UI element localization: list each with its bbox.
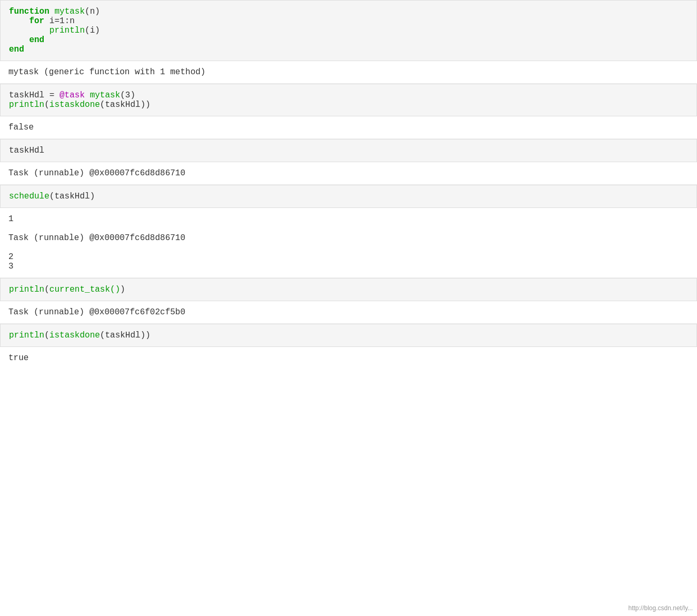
code-text-current-task: println(current_task()) [9,285,688,294]
output-block-task-runnable-1: Task (runnable) @0x00007fc6d8d86710 [0,162,697,185]
code-text-schedule: schedule(taskHdl) [9,192,688,201]
code-text: function mytask(n) for i=1:n println(i) … [9,7,688,54]
watermark: http://blog.csdn.net/ly... [628,604,693,612]
code-block-istaskdone: println(istaskdone(taskHdl)) [0,324,697,347]
output-block-current-task: Task (runnable) @0x00007fc6f02cf5b0 [0,301,697,324]
code-block-current-task: println(current_task()) [0,278,697,301]
output-text-false: false [8,123,689,132]
output-block-generic-function: mytask (generic function with 1 method) [0,61,697,84]
code-block-schedule: schedule(taskHdl) [0,185,697,208]
output-text-generic-function: mytask (generic function with 1 method) [8,67,689,77]
code-text-taskhdl-display: taskHdl [9,146,688,155]
output-text-schedule: 1 Task (runnable) @0x00007fc6d8d86710 2 … [8,214,689,271]
code-text-taskhdl: taskHdl = @task mytask(3) println(istask… [9,91,688,110]
output-text-true: true [8,353,689,363]
output-text-current-task: Task (runnable) @0x00007fc6f02cf5b0 [8,307,689,317]
page-container: function mytask(n) for i=1:n println(i) … [0,0,697,369]
code-block-taskhdl-display: taskHdl [0,139,697,162]
output-block-schedule-results: 1 Task (runnable) @0x00007fc6d8d86710 2 … [0,208,697,278]
code-block-taskhdl-assign: taskHdl = @task mytask(3) println(istask… [0,84,697,116]
output-block-false: false [0,116,697,139]
code-text-istaskdone: println(istaskdone(taskHdl)) [9,331,688,340]
output-text-task-runnable-1: Task (runnable) @0x00007fc6d8d86710 [8,168,689,178]
output-block-true: true [0,347,697,369]
code-block-function-def: function mytask(n) for i=1:n println(i) … [0,0,697,61]
